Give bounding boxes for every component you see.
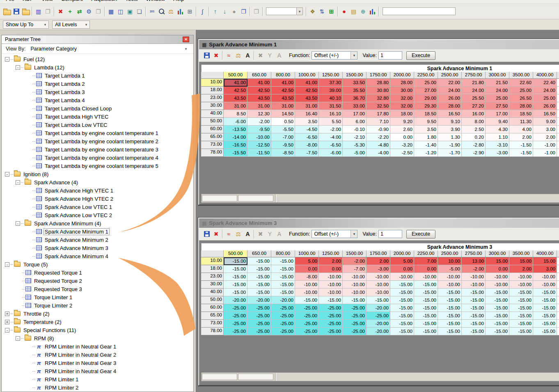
row-header[interactable]: 40.00 <box>201 289 224 296</box>
table-cell[interactable]: 42.50 <box>247 87 271 94</box>
table-cell[interactable]: 3.50 <box>295 118 319 126</box>
col-header[interactable]: 2000.00 <box>390 250 414 257</box>
expand-icon[interactable]: + <box>5 320 9 324</box>
stats-icon[interactable] <box>368 7 377 16</box>
table-cell[interactable]: -15.00 <box>224 265 247 273</box>
table-cell[interactable]: 35.50 <box>343 87 367 94</box>
table-cell[interactable]: 13.00 <box>462 257 486 265</box>
table-cell[interactable]: -15.00 <box>438 304 462 312</box>
calculator-icon[interactable]: ⊞ <box>185 7 195 16</box>
save-icon[interactable] <box>202 229 211 238</box>
table-cell[interactable]: 16.10 <box>319 110 343 118</box>
row-header[interactable]: 73.00 <box>201 141 224 149</box>
table-cell[interactable]: -10.00 <box>414 273 438 281</box>
interpolate-a-icon[interactable]: A <box>275 51 284 60</box>
table-cell[interactable]: -15.00 <box>462 320 486 328</box>
table-cell[interactable]: -10.00 <box>509 281 533 289</box>
col-header[interactable]: 1750.00 <box>367 72 390 79</box>
table-cell[interactable]: 40.10 <box>319 94 343 102</box>
menu-xdf[interactable]: XDF <box>18 0 37 2</box>
table-cell[interactable]: -7.00 <box>343 265 367 273</box>
table-cell[interactable]: -15.00 <box>462 312 486 320</box>
table-cell[interactable]: 2.00 <box>319 257 343 265</box>
table-cell[interactable]: 1.30 <box>438 133 462 141</box>
table-cell[interactable]: -1.00 <box>533 141 557 149</box>
table-cell[interactable]: -15.00 <box>486 312 509 320</box>
table-cell[interactable]: -15.00 <box>343 296 367 304</box>
table-cell[interactable]: -25.00 <box>271 320 295 328</box>
tag-icon[interactable]: ❖ <box>308 7 317 16</box>
table-cell[interactable]: -7.00 <box>271 133 295 141</box>
col-header[interactable]: 2250.00 <box>414 72 438 79</box>
table-cell[interactable] <box>557 126 559 133</box>
table-cell[interactable]: -15.00 <box>319 296 343 304</box>
menu-tools[interactable]: Tools <box>121 0 142 2</box>
collapse-icon[interactable]: - <box>16 65 20 70</box>
table-cell[interactable]: -10.00 <box>343 281 367 289</box>
table-cell[interactable]: 25.00 <box>486 94 509 102</box>
col-header[interactable]: 1250.00 <box>319 250 343 257</box>
col-header[interactable]: 500.00 <box>224 72 247 79</box>
row-header[interactable]: 78.00 <box>201 149 224 157</box>
table-cell[interactable]: 15.00 <box>533 257 557 265</box>
table-cell[interactable]: -1.70 <box>438 149 462 157</box>
table-cell[interactable]: -25.00 <box>271 312 295 320</box>
tree-item[interactable]: -Special Functions (11) <box>2 326 193 334</box>
table-cell[interactable]: -5.00 <box>438 265 462 273</box>
levels-select[interactable]: All Levels ▾ <box>52 21 90 29</box>
table-cell[interactable]: 31.00 <box>247 102 271 110</box>
table-cell[interactable]: -1.50 <box>509 149 533 157</box>
table-cell[interactable]: -2.10 <box>343 133 367 141</box>
table-cell[interactable]: 15.00 <box>509 257 533 265</box>
table-cell[interactable]: -15.00 <box>486 328 509 335</box>
table-cell[interactable]: -15.00 <box>509 296 533 304</box>
collapse-icon[interactable]: - <box>16 336 20 341</box>
table-cell[interactable]: -15.00 <box>509 289 533 296</box>
table-cell[interactable] <box>557 118 559 126</box>
tree-item[interactable]: Target Lambda 2 <box>2 80 193 88</box>
collapse-icon[interactable]: - <box>5 172 9 177</box>
table-cell[interactable]: -25.00 <box>319 312 343 320</box>
table-cell[interactable]: 31.00 <box>224 102 247 110</box>
tree-item[interactable]: Torque Limiter 1 <box>2 293 193 301</box>
table-cell[interactable]: 43.50 <box>295 94 319 102</box>
table-cell[interactable]: -15.00 <box>271 265 295 273</box>
table-cell[interactable]: 18.50 <box>414 110 438 118</box>
table-cell[interactable]: -15.00 <box>509 304 533 312</box>
tree-item[interactable]: Spark Advance Low VTEC 2 <box>2 211 193 219</box>
table-cell[interactable]: -10.00 <box>462 273 486 281</box>
binary-view-icon[interactable]: 101 <box>147 7 157 16</box>
table-cell[interactable]: -15.00 <box>271 257 295 265</box>
row-header[interactable]: 30.00 <box>201 102 224 110</box>
table-cell[interactable]: -15.00 <box>486 304 509 312</box>
row-header[interactable]: 23.00 <box>201 273 224 281</box>
table-cell[interactable]: 32.80 <box>367 94 390 102</box>
table-cell[interactable]: -15.00 <box>486 296 509 304</box>
table-cell[interactable]: -10.00 <box>367 281 390 289</box>
open-folder-icon[interactable] <box>21 7 30 16</box>
table-cell[interactable]: -10.00 <box>390 273 414 281</box>
tree-item[interactable]: πRPM Limiter in Neutral Gear 2 <box>2 351 193 359</box>
table-cell[interactable]: 7.00 <box>414 257 438 265</box>
execute-button[interactable]: Execute <box>406 230 435 238</box>
monitor-icon[interactable]: ▣ <box>125 7 135 16</box>
table-cell[interactable]: -25.00 <box>247 320 271 328</box>
table-cell[interactable] <box>557 328 559 335</box>
table-cell[interactable]: -15.00 <box>367 296 390 304</box>
refresh-icon[interactable]: ⇄ <box>75 7 84 16</box>
table-cell[interactable]: -25.00 <box>343 304 367 312</box>
table-cell[interactable]: -10.00 <box>295 281 319 289</box>
table-cell[interactable]: 25.50 <box>462 94 486 102</box>
table-cell[interactable]: 16.50 <box>438 110 462 118</box>
h-scrollbar[interactable] <box>202 195 237 202</box>
table-cell[interactable]: 33.00 <box>343 102 367 110</box>
table-cell[interactable]: 18.50 <box>509 110 533 118</box>
chart-icon[interactable] <box>176 7 185 16</box>
table-cell[interactable]: 37.30 <box>319 79 343 87</box>
table-cell[interactable]: 2.00 <box>509 133 533 141</box>
copy-icon[interactable]: ❐ <box>239 7 248 16</box>
table-cell[interactable]: 17.00 <box>343 110 367 118</box>
row-header[interactable]: 50.00 <box>201 296 224 304</box>
table-cell[interactable]: 29.30 <box>414 102 438 110</box>
table-cell[interactable]: -8.50 <box>271 149 295 157</box>
